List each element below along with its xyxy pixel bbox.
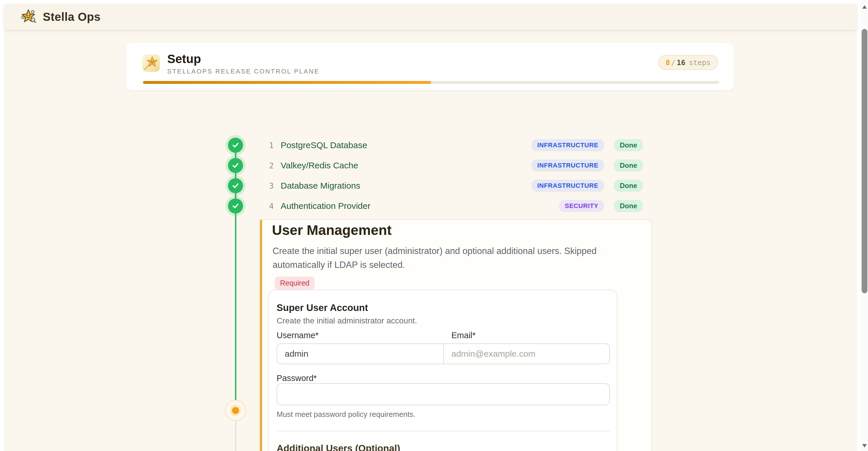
user-management-section: User Management Create the initial super… (260, 219, 652, 451)
steps-suffix: steps (689, 58, 711, 67)
scrollbar-up-arrow-icon[interactable] (862, 5, 867, 9)
step-done-check-icon (228, 178, 243, 193)
setup-step-row[interactable]: 3 Database Migrations INFRASTRUCTURE Don… (228, 175, 643, 196)
super-user-subtitle: Create the initial administrator account… (277, 316, 417, 325)
step-done-check-icon (228, 138, 243, 153)
setup-progress-bar (143, 81, 719, 84)
email-input[interactable] (443, 344, 609, 364)
step-title: Database Migrations (281, 181, 360, 191)
page-scrollbar (861, 0, 868, 451)
stellaops-star-logo-icon (20, 8, 37, 26)
step-status-badge: Done (614, 200, 643, 212)
super-user-title: Super User Account (277, 302, 368, 313)
step-number: 1 (266, 141, 274, 150)
username-input[interactable] (277, 344, 443, 364)
step-category-badge: INFRASTRUCTURE (531, 180, 604, 192)
setup-steps-list: 1 PostgreSQL Database INFRASTRUCTURE Don… (228, 135, 643, 216)
step-done-check-icon (228, 158, 243, 173)
step-number: 3 (266, 182, 274, 190)
step-status-badge: Done (614, 180, 643, 192)
timeline-line-upcoming (235, 421, 237, 451)
steps-progress-badge: 8 / 16 steps (658, 55, 718, 70)
setup-mascot-icon (142, 54, 160, 72)
scrollbar-thumb[interactable] (862, 29, 867, 293)
password-input[interactable] (277, 383, 610, 405)
step-badges: INFRASTRUCTURE Done (531, 139, 643, 151)
super-user-card: Super User Account Create the initial ad… (268, 290, 617, 451)
steps-separator: / (671, 58, 676, 67)
setup-progress-fill (143, 81, 431, 84)
steps-total-count: 16 (677, 58, 685, 67)
scrollbar-down-arrow-icon[interactable] (862, 444, 867, 448)
section-divider (277, 431, 610, 431)
step-category-badge: SECURITY (559, 200, 604, 212)
setup-header-card: Setup STELLAOPS RELEASE CONTROL PLANE 8 … (126, 43, 734, 90)
step-category-badge: INFRASTRUCTURE (531, 159, 604, 171)
page-title: Setup (167, 52, 201, 66)
setup-step-row[interactable]: 4 Authentication Provider SECURITY Done (228, 196, 643, 216)
step-badges: INFRASTRUCTURE Done (531, 159, 643, 171)
step-status-badge: Done (614, 139, 643, 151)
step-category-badge: INFRASTRUCTURE (531, 139, 604, 151)
step-title: PostgreSQL Database (281, 140, 367, 150)
section-title: User Management (272, 222, 392, 238)
step-title: Authentication Provider (281, 201, 370, 211)
step-title: Valkey/Redis Cache (281, 161, 358, 170)
app-root: Stella Ops Setup STELLAOPS RELEASE CONTR… (0, 0, 868, 451)
additional-users-title: Additional Users (Optional) (277, 443, 400, 451)
password-label: Password* (277, 374, 317, 383)
brand-name: Stella Ops (43, 10, 101, 24)
setup-step-row[interactable]: 1 PostgreSQL Database INFRASTRUCTURE Don… (228, 135, 643, 155)
main-content: Setup STELLAOPS RELEASE CONTROL PLANE 8 … (4, 30, 857, 451)
page-subtitle: STELLAOPS RELEASE CONTROL PLANE (167, 68, 319, 75)
top-navbar: Stella Ops (4, 4, 857, 30)
username-email-input-group (277, 343, 610, 364)
brand-home-link[interactable]: Stella Ops (20, 8, 101, 26)
step-done-check-icon (228, 198, 243, 214)
username-label: Username* (277, 331, 318, 340)
steps-done-count: 8 (666, 58, 670, 67)
password-help-text: Must meet password policy requirements. (277, 410, 415, 419)
current-step-indicator-dot (232, 407, 239, 414)
step-number: 4 (266, 202, 274, 211)
required-badge: Required (275, 277, 314, 290)
step-status-badge: Done (614, 159, 643, 171)
step-number: 2 (266, 161, 274, 170)
step-badges: INFRASTRUCTURE Done (531, 180, 643, 192)
setup-step-row[interactable]: 2 Valkey/Redis Cache INFRASTRUCTURE Done (228, 155, 643, 175)
section-description: Create the initial super user (administr… (273, 244, 600, 272)
email-label: Email* (452, 331, 476, 340)
step-badges: SECURITY Done (559, 200, 643, 212)
